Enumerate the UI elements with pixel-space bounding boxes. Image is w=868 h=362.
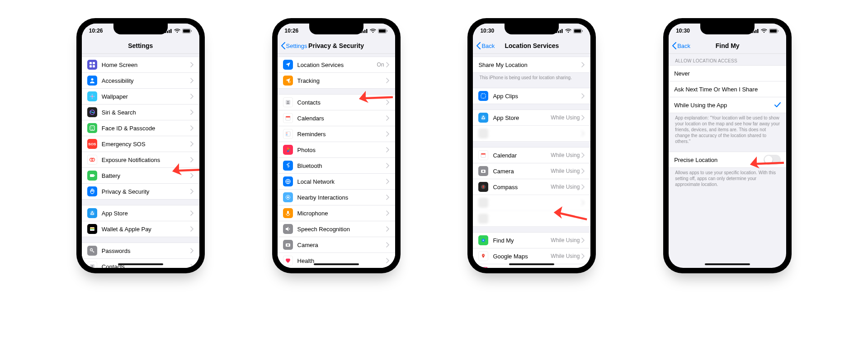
appclips-icon — [478, 91, 488, 101]
row-camera[interactable]: Camera — [278, 237, 395, 253]
status-icons — [165, 29, 192, 33]
row-label: App Clips — [493, 93, 581, 100]
row-exposure[interactable]: Exposure Notifications — [82, 152, 199, 168]
chevron-right-icon — [190, 141, 194, 147]
row-camera2[interactable]: CameraWhile Using — [473, 163, 590, 179]
row-wallet[interactable]: Wallet & Apple Pay — [82, 221, 199, 237]
chevron-right-icon — [581, 200, 585, 205]
svg-rect-78 — [481, 153, 486, 155]
row-share-loc[interactable]: Share My Location — [473, 57, 590, 72]
chevron-right-icon — [386, 62, 390, 67]
row-label: Camera — [493, 168, 551, 175]
back-label: Settings — [286, 43, 307, 49]
row-tracking[interactable]: Tracking — [278, 73, 395, 88]
row-faceid[interactable]: Face ID & Passcode — [82, 120, 199, 136]
row-value: While Using — [551, 168, 580, 174]
chevron-right-icon — [386, 258, 390, 263]
nearby-icon — [283, 192, 293, 202]
row-never[interactable]: Never — [669, 66, 786, 81]
chevron-right-icon — [581, 238, 585, 243]
clock: 10:30 — [676, 28, 690, 34]
row-value: While Using — [551, 184, 580, 190]
row-label: Reminders — [297, 131, 386, 138]
row-label: Speech Recognition — [297, 226, 386, 233]
row-calendars[interactable]: Calendars — [278, 110, 395, 126]
svg-rect-11 — [93, 65, 95, 67]
row-speech[interactable]: Speech Recognition — [278, 221, 395, 237]
row-reminders[interactable]: Reminders — [278, 126, 395, 142]
chevron-right-icon — [581, 131, 585, 136]
appstore-icon — [87, 208, 97, 218]
row-health[interactable]: Health — [278, 253, 395, 268]
chevron-right-icon — [581, 93, 585, 99]
row-label: Wallpaper — [102, 93, 190, 100]
back-button[interactable]: Back — [476, 38, 495, 53]
chevron-right-icon — [386, 78, 390, 83]
row-nearby[interactable]: Nearby Interactions — [278, 190, 395, 205]
chevron-right-icon — [190, 210, 194, 216]
row-label: App Store — [493, 114, 551, 121]
row-while[interactable]: While Using the App — [669, 97, 786, 113]
row-blur1[interactable] — [473, 126, 590, 141]
svg-point-56 — [287, 148, 289, 149]
row-battery[interactable]: Battery — [82, 168, 199, 184]
row-asknext[interactable]: Ask Next Time Or When I Share — [669, 81, 786, 97]
row-home-screen[interactable]: Home Screen — [82, 57, 199, 73]
back-label: Back — [677, 43, 690, 49]
row-label: Find My — [493, 237, 551, 244]
home-indicator — [118, 263, 163, 265]
row-privacy[interactable]: Privacy & Security — [82, 184, 199, 199]
row-label: Accessibility — [102, 77, 190, 84]
camera2-icon — [478, 166, 488, 176]
row-findmy[interactable]: Find MyWhile Using — [473, 233, 590, 248]
chevron-right-icon — [386, 147, 390, 152]
row-passwords[interactable]: Passwords — [82, 243, 199, 259]
row-precise[interactable]: Precise Location — [669, 152, 786, 167]
chevron-right-icon — [581, 253, 585, 259]
navbar: SettingsPrivacy & Security — [278, 38, 395, 54]
location-icon — [283, 60, 293, 70]
row-photos[interactable]: Photos — [278, 142, 395, 158]
svg-rect-42 — [364, 30, 366, 33]
toggle-precise[interactable] — [764, 155, 781, 165]
row-blur3[interactable] — [473, 211, 590, 226]
row-blur2[interactable] — [473, 195, 590, 211]
speech-icon — [283, 224, 293, 234]
row-accessibility[interactable]: Accessibility — [82, 73, 199, 89]
row-bluetooth[interactable]: Bluetooth — [278, 158, 395, 174]
status-icons — [556, 29, 583, 33]
row-mic[interactable]: Microphone — [278, 205, 395, 221]
chevron-right-icon — [190, 226, 194, 232]
row-value: While Using — [551, 114, 580, 121]
battery-icon — [87, 171, 97, 181]
row-location[interactable]: Location ServicesOn — [278, 57, 395, 73]
row-calendar2[interactable]: CalendarWhile Using — [473, 148, 590, 163]
row-sos[interactable]: SOSEmergency SOS — [82, 136, 199, 152]
svg-rect-7 — [191, 30, 192, 32]
chevron-right-icon — [386, 100, 390, 105]
svg-point-32 — [91, 265, 93, 267]
page-title: Privacy & Security — [308, 42, 364, 49]
row-gmaps[interactable]: Google MapsWhile Using — [473, 248, 590, 264]
row-appstore[interactable]: App Store — [82, 205, 199, 221]
row-label: While Using the App — [674, 102, 774, 109]
row-appstore2[interactable]: App StoreWhile Using — [473, 110, 590, 126]
row-label: Photos — [297, 147, 386, 153]
svg-rect-29 — [90, 229, 94, 230]
content: Home ScreenAccessibilityWallpaperSiri & … — [82, 54, 199, 268]
svg-rect-95 — [770, 29, 777, 33]
row-wallpaper[interactable]: Wallpaper — [82, 89, 199, 105]
svg-point-16 — [90, 95, 91, 97]
row-contacts[interactable]: Contacts — [278, 95, 395, 110]
svg-point-21 — [93, 127, 94, 128]
row-appclips[interactable]: App Clips — [473, 88, 590, 104]
row-siri[interactable]: Siri & Search — [82, 105, 199, 120]
back-button[interactable]: Back — [672, 38, 690, 53]
row-localnet[interactable]: Local Network — [278, 174, 395, 190]
svg-rect-91 — [755, 30, 757, 33]
row-label: Wallet & Apple Pay — [102, 226, 190, 233]
back-button[interactable]: Settings — [281, 38, 307, 53]
row-compass[interactable]: CompassWhile Using — [473, 179, 590, 195]
phone-4: 10:30BackFind MyALLOW LOCATION ACCESSNev… — [663, 18, 792, 273]
row-label: Camera — [297, 242, 386, 248]
